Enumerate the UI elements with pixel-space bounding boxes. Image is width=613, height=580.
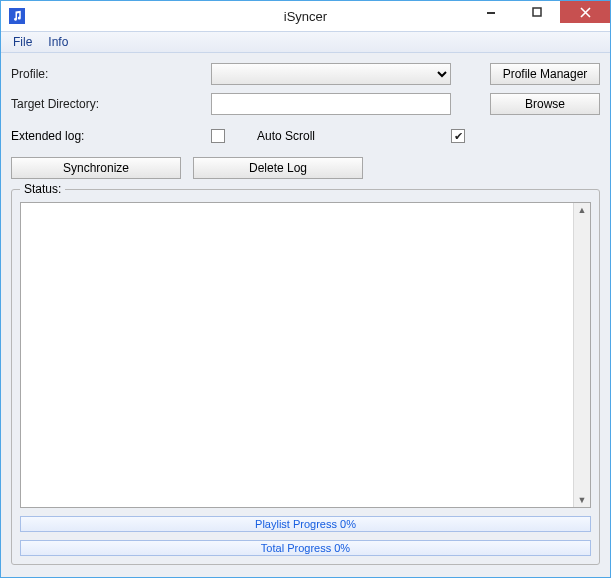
svg-rect-1 bbox=[533, 8, 541, 16]
target-directory-row: Target Directory: Browse bbox=[11, 93, 600, 115]
total-progress-bar: Total Progress 0% bbox=[20, 540, 591, 556]
extended-log-label: Extended log: bbox=[11, 129, 211, 143]
profile-row: Profile: Profile Manager bbox=[11, 63, 600, 85]
status-group: Status: ▲ ▼ Playlist Progress 0% Total P… bbox=[11, 189, 600, 565]
window-controls bbox=[468, 1, 610, 23]
titlebar: iSyncer bbox=[1, 1, 610, 31]
auto-scroll-label: Auto Scroll bbox=[257, 129, 451, 143]
profile-manager-button[interactable]: Profile Manager bbox=[490, 63, 600, 85]
menu-info[interactable]: Info bbox=[40, 33, 76, 51]
browse-button[interactable]: Browse bbox=[490, 93, 600, 115]
maximize-icon bbox=[532, 7, 542, 17]
playlist-progress-label: Playlist Progress 0% bbox=[255, 518, 356, 530]
client-area: Profile: Profile Manager Target Director… bbox=[1, 53, 610, 577]
menu-file[interactable]: File bbox=[5, 33, 40, 51]
profile-select[interactable] bbox=[211, 63, 451, 85]
profile-label: Profile: bbox=[11, 67, 211, 81]
app-music-icon bbox=[9, 8, 25, 24]
minimize-button[interactable] bbox=[468, 1, 514, 23]
menubar: File Info bbox=[1, 31, 610, 53]
minimize-icon bbox=[486, 7, 496, 17]
log-scrollbar[interactable]: ▲ ▼ bbox=[573, 203, 590, 507]
scroll-up-icon[interactable]: ▲ bbox=[578, 205, 587, 215]
synchronize-button[interactable]: Synchronize bbox=[11, 157, 181, 179]
target-directory-input[interactable] bbox=[211, 93, 451, 115]
extended-log-checkbox[interactable] bbox=[211, 129, 225, 143]
options-row: Extended log: Auto Scroll bbox=[11, 129, 600, 143]
status-legend: Status: bbox=[20, 182, 65, 196]
total-progress-label: Total Progress 0% bbox=[261, 542, 350, 554]
svg-rect-0 bbox=[487, 12, 495, 14]
target-directory-label: Target Directory: bbox=[11, 97, 211, 111]
close-button[interactable] bbox=[560, 1, 610, 23]
playlist-progress-bar: Playlist Progress 0% bbox=[20, 516, 591, 532]
action-row: Synchronize Delete Log bbox=[11, 157, 600, 179]
auto-scroll-checkbox[interactable] bbox=[451, 129, 465, 143]
scroll-down-icon[interactable]: ▼ bbox=[578, 495, 587, 505]
delete-log-button[interactable]: Delete Log bbox=[193, 157, 363, 179]
maximize-button[interactable] bbox=[514, 1, 560, 23]
log-textarea[interactable]: ▲ ▼ bbox=[20, 202, 591, 508]
close-icon bbox=[580, 7, 591, 18]
app-window: iSyncer File Info Profile: Profile Manag… bbox=[0, 0, 611, 578]
